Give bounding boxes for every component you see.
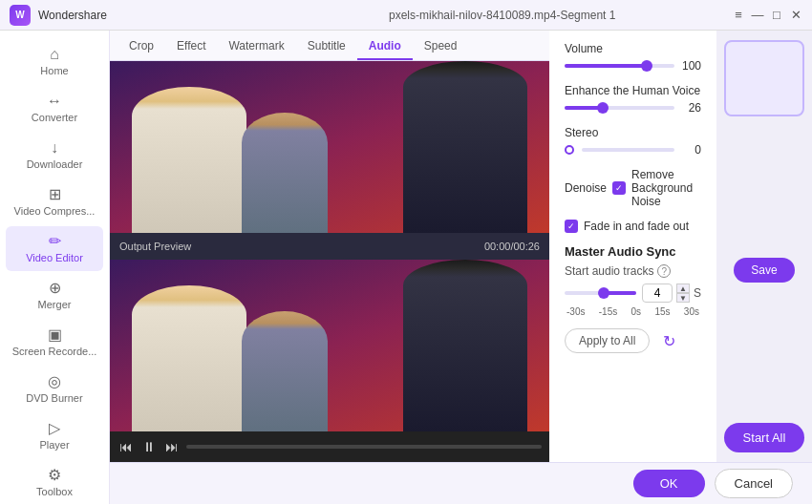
sidebar-item-merger[interactable]: ⊕ Merger [6,273,103,318]
ok-button[interactable]: OK [633,470,705,497]
sync-tick-labels: -30s -15s 0s 15s 30s [565,306,701,317]
volume-label: Volume [565,42,701,55]
tab-speed[interactable]: Speed [413,33,469,60]
sync-unit: S [694,286,701,300]
tab-audio[interactable]: Audio [357,33,413,60]
output-preview-label: Output Preview [119,241,191,252]
maximize-button[interactable]: □ [770,9,783,22]
sidebar-item-dvd-burner[interactable]: ◎ DVD Burner [6,367,103,411]
remove-bg-checkbox[interactable]: ✓ [612,181,626,195]
menu-button[interactable]: ≡ [732,9,745,22]
stereo-track[interactable] [582,148,674,152]
audio-settings-panel: Volume 100 Enhance the Human Voice [549,31,716,462]
video-bottom-preview [110,260,549,431]
person-3b [403,260,527,431]
volume-track[interactable] [565,64,674,68]
sync-subtitle: Start audio tracks ? [565,264,701,278]
tab-subtitle[interactable]: Subtitle [296,33,357,60]
tab-effect[interactable]: Effect [165,33,217,60]
minimize-button[interactable]: — [751,9,764,22]
sidebar: ⌂ Home ↔ Converter ↓ Downloader ⊞ Video … [0,31,110,504]
enhance-track[interactable] [565,106,674,110]
titlebar: W Wondershare pxels-mikhail-nilov-841008… [0,0,812,31]
sidebar-item-downloader[interactable]: ↓ Downloader [6,133,103,178]
denoise-row: Denoise ✓ Remove Background Noise [565,168,701,208]
sidebar-label-toolbox: Toolbox [36,486,73,497]
sidebar-label-player: Player [39,439,69,451]
screen-icon: ▣ [48,327,62,343]
toolbox-icon: ⚙ [48,468,61,483]
help-tooltip-icon[interactable]: ? [657,264,671,278]
tab-crop[interactable]: Crop [118,33,165,60]
rewind-button[interactable]: ⏮ [118,437,135,456]
save-button[interactable]: Save [734,258,794,283]
enhance-slider-row: 26 [565,101,701,115]
tab-watermark[interactable]: Watermark [217,33,295,60]
sync-increment-button[interactable]: ▲ [676,284,690,293]
main-layout: ⌂ Home ↔ Converter ↓ Downloader ⊞ Video … [0,31,812,504]
sidebar-label-merger: Merger [38,299,72,310]
person-3 [403,61,527,233]
sync-value-row: ▲ ▼ S [642,284,701,303]
start-all-button[interactable]: Start All [724,423,804,452]
content-area: Crop Effect Watermark Subtitle Audio Spe… [110,31,812,504]
sidebar-label-home: Home [40,65,68,76]
stereo-label: Stereo [565,126,701,139]
volume-setting: Volume 100 [565,42,701,73]
reset-button[interactable]: ↻ [657,329,680,352]
sidebar-label-converter: Converter [32,112,77,123]
sidebar-label-downloader: Downloader [27,158,83,170]
volume-value: 100 [682,59,701,73]
sidebar-item-home[interactable]: ⌂ Home [6,39,103,84]
remove-bg-label: Remove Background Noise [631,168,701,208]
sidebar-label-compress: Video Compres... [14,205,96,217]
merger-icon: ⊕ [49,281,61,296]
sync-decrement-button[interactable]: ▼ [676,293,690,303]
enhance-setting: Enhance the Human Voice 26 [565,84,701,115]
sync-label-15: 15s [654,306,670,317]
sync-track[interactable] [565,291,636,295]
stereo-value: 0 [682,143,701,157]
enhance-thumb [597,102,609,114]
sync-label-neg15: -15s [599,306,617,317]
sync-stepper: ▲ ▼ [676,284,690,303]
sidebar-item-screen-recorder[interactable]: ▣ Screen Recorde... [6,320,103,365]
video-progress-bar[interactable] [186,445,542,449]
enhance-value: 26 [682,101,701,115]
apply-all-button[interactable]: Apply to All [565,328,650,353]
stereo-dot [565,145,574,155]
video-panel: Crop Effect Watermark Subtitle Audio Spe… [110,31,549,462]
editor-tabs: Crop Effect Watermark Subtitle Audio Spe… [110,31,549,61]
dialog-title: pxels-mikhail-nilov-8410089.mp4-Segment … [389,9,732,22]
sync-value-input[interactable] [642,284,673,303]
enhance-label: Enhance the Human Voice [565,84,701,97]
editor-dialog: Crop Effect Watermark Subtitle Audio Spe… [110,31,812,462]
compress-icon: ⊞ [49,187,61,202]
converter-icon: ↔ [47,94,62,109]
fade-checkbox[interactable]: ✓ [565,220,578,233]
sidebar-item-converter[interactable]: ↔ Converter [6,86,103,131]
player-icon: ▷ [49,421,60,436]
home-icon: ⌂ [50,47,59,62]
stereo-setting: Stereo 0 [565,126,701,157]
sync-slider-row: ▲ ▼ S [565,284,701,303]
volume-fill [565,64,647,68]
stereo-slider-row: 0 [565,143,701,157]
app-logo: W [10,5,31,26]
sidebar-item-video-editor[interactable]: ✏ Video Editor [6,226,103,271]
sidebar-item-video-compress[interactable]: ⊞ Video Compres... [6,179,103,224]
sidebar-item-toolbox[interactable]: ⚙ Toolbox [6,460,103,504]
forward-button[interactable]: ⏭ [163,437,181,456]
sidebar-item-player[interactable]: ▷ Player [6,413,103,458]
action-row: Apply to All ↻ [565,328,701,353]
pause-button[interactable]: ⏸ [140,437,158,456]
sync-slider-area: ▲ ▼ S -30s -15s 0s 15s 30s [565,284,701,317]
close-button[interactable]: ✕ [789,9,802,22]
dialog-bottom-bar: OK Cancel [110,462,812,504]
right-panel: Save Start All [716,31,812,462]
volume-slider-row: 100 [565,59,701,73]
cancel-button[interactable]: Cancel [715,469,793,498]
sidebar-label-dvd: DVD Burner [26,392,82,404]
app-title: Wondershare [38,9,381,22]
master-audio-sync: Master Audio Sync Start audio tracks ? [565,244,701,317]
